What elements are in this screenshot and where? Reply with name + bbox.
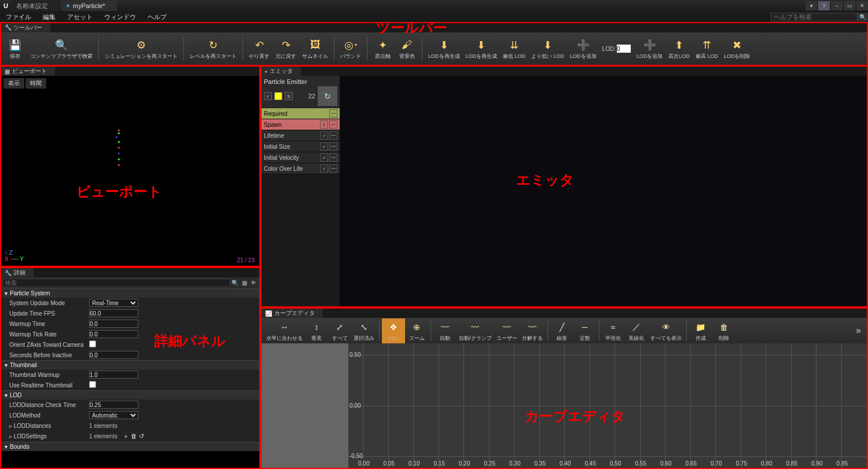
delete-lod-button[interactable]: ✖LODを削除 bbox=[722, 36, 753, 61]
emitter-solo-toggle[interactable] bbox=[274, 92, 282, 100]
curve-icon[interactable]: 〰 bbox=[329, 164, 337, 173]
module-toggle[interactable]: ✓ bbox=[320, 142, 328, 151]
flatten-button[interactable]: ≈平坦化 bbox=[602, 318, 625, 343]
emitter-module[interactable]: Required〰 bbox=[262, 108, 340, 119]
viewport[interactable]: 表示 時間 ✦ ✦ ✦ ✦ ✦ ✦ ✦ ✦ ↑ Z X ── Y bbox=[1, 76, 259, 266]
lod-regen2-button[interactable]: ⬇LODを再生成 bbox=[464, 36, 500, 61]
save-button[interactable]: 💾保存 bbox=[3, 36, 27, 61]
curve-tracklist[interactable] bbox=[262, 343, 348, 468]
emitter-module[interactable]: Lifetime✓〰 bbox=[262, 130, 340, 141]
curve-icon[interactable]: 〰 bbox=[329, 120, 337, 129]
bgcolor-button[interactable]: 🖌背景色 bbox=[395, 36, 418, 61]
property-input[interactable] bbox=[89, 401, 138, 409]
create-tab-button[interactable]: 📁作成 bbox=[689, 318, 712, 343]
lowest-lod-button[interactable]: ⇊最低 LOD bbox=[501, 36, 528, 61]
lower-lod-button[interactable]: ⬇より低い LOD bbox=[529, 36, 567, 61]
bounds-button[interactable]: ◎▾バウンド bbox=[338, 36, 363, 61]
help-search-input[interactable] bbox=[771, 13, 858, 21]
menu-help[interactable]: ヘルプ bbox=[142, 13, 172, 21]
menu-window[interactable]: ウィンドウ bbox=[98, 13, 142, 21]
highest-lod-button[interactable]: ⇈最高 LOD bbox=[693, 36, 720, 61]
property-input[interactable] bbox=[89, 309, 138, 317]
straighten-button[interactable]: ／直線化 bbox=[625, 318, 648, 343]
property-select[interactable]: Real-Time bbox=[89, 299, 138, 307]
search-icon[interactable]: 🔍 bbox=[858, 13, 868, 21]
details-search-input[interactable] bbox=[2, 279, 230, 287]
fit-horizontal-button[interactable]: ↔水平に合わせる bbox=[264, 318, 305, 343]
emitter-tab[interactable]: ▪ エミッタ bbox=[262, 67, 301, 76]
module-toggle[interactable]: ✓ bbox=[320, 120, 328, 129]
reset-icon[interactable]: ↺ bbox=[139, 433, 144, 439]
expand-icon[interactable]: » bbox=[852, 325, 865, 336]
curve-grid[interactable]: 0.500.00-0.500.000.050.100.150.200.250.3… bbox=[262, 343, 867, 468]
emitter-module[interactable]: Initial Velocity✓〰 bbox=[262, 152, 340, 163]
add-icon[interactable]: ＋ bbox=[123, 433, 129, 439]
auto-clamp-button[interactable]: 〰自動/クランプ bbox=[457, 318, 494, 343]
restart-sim-button[interactable]: ⚙シミュレーションを再スタート bbox=[102, 36, 180, 61]
window-top-button[interactable]: ▾ bbox=[806, 1, 817, 10]
curve-tab[interactable]: 📈 カーブエディタ bbox=[262, 309, 323, 318]
origin-axis-button[interactable]: ✦原点軸 bbox=[371, 36, 394, 61]
show-all-button[interactable]: 👁すべてを表示 bbox=[648, 318, 684, 343]
viewport-time-button[interactable]: 時間 bbox=[25, 78, 46, 89]
details-category[interactable]: ▾Bounds bbox=[1, 442, 259, 451]
thumbnail-button[interactable]: 🖼サムネイル bbox=[300, 36, 330, 61]
linear-button[interactable]: ╱線形 bbox=[550, 318, 573, 343]
details-tab[interactable]: 🔧 詳細 bbox=[1, 268, 34, 277]
pan-button[interactable]: ✥パン bbox=[382, 318, 405, 343]
lod-regen-button[interactable]: ⬇LODを再生成 bbox=[426, 36, 462, 61]
add-lod-button[interactable]: ➕LODを追加 bbox=[568, 36, 599, 61]
constant-button[interactable]: ─定数 bbox=[573, 318, 597, 343]
emitter-header[interactable]: Particle Emitter ✓ S 22 ↻ bbox=[262, 76, 340, 108]
emitter-module[interactable]: Spawn✓〰 bbox=[262, 119, 340, 130]
emitter-module[interactable]: Initial Size✓〰 bbox=[262, 141, 340, 152]
window-tab[interactable]: 名称未設定 bbox=[12, 1, 60, 11]
property-checkbox[interactable] bbox=[89, 340, 96, 347]
find-in-cb-button[interactable]: 🔍コンテンツブラウザで検索 bbox=[28, 36, 95, 61]
higher-lod-button[interactable]: ⬆高次LOD bbox=[666, 36, 692, 61]
property-input[interactable] bbox=[89, 351, 138, 359]
fit-selected-button[interactable]: ⤡選択済み bbox=[351, 318, 377, 343]
toolbar-tab[interactable]: 🔧 ツールバー bbox=[1, 23, 50, 32]
search-icon[interactable]: 🔍 bbox=[230, 279, 240, 287]
break-button[interactable]: 〰分解する bbox=[520, 318, 545, 343]
emitter-render-toggle[interactable]: S bbox=[285, 92, 293, 100]
module-toggle[interactable]: ✓ bbox=[320, 131, 328, 140]
property-input[interactable] bbox=[89, 330, 138, 338]
maximize-button[interactable]: ▭ bbox=[844, 1, 855, 10]
close-button[interactable]: ✕ bbox=[856, 1, 868, 10]
emitter-module[interactable]: Color Over Life✓〰 bbox=[262, 163, 340, 174]
curve-icon[interactable]: 〰 bbox=[329, 153, 337, 162]
redo-button[interactable]: ↶やり直す bbox=[247, 36, 272, 61]
menu-file[interactable]: ファイル bbox=[0, 13, 37, 21]
viewport-display-button[interactable]: 表示 bbox=[3, 78, 24, 89]
auto-button[interactable]: 〰自動 bbox=[433, 318, 457, 343]
property-input[interactable] bbox=[89, 320, 138, 328]
undo-button[interactable]: ↷元に戻す bbox=[273, 36, 299, 61]
user-button[interactable]: 〰ユーザー bbox=[494, 318, 520, 343]
eye-icon[interactable]: 👁 bbox=[249, 279, 258, 287]
property-checkbox[interactable] bbox=[89, 381, 96, 388]
trash-icon[interactable]: 🗑 bbox=[131, 433, 137, 439]
restart-level-button[interactable]: ↻レベルを再スタート bbox=[187, 36, 239, 61]
emitter-enable-toggle[interactable]: ✓ bbox=[264, 92, 272, 100]
details-category[interactable]: ▾Thumbnail bbox=[1, 360, 259, 369]
curve-icon[interactable]: 〰 bbox=[329, 131, 337, 140]
curve-icon[interactable]: 〰 bbox=[329, 109, 337, 118]
window-help-button[interactable]: ? bbox=[818, 1, 830, 10]
menu-edit[interactable]: 編集 bbox=[37, 13, 61, 21]
module-toggle[interactable]: ✓ bbox=[320, 153, 328, 162]
minimize-button[interactable]: – bbox=[831, 1, 843, 10]
property-select[interactable]: Automatic bbox=[89, 411, 138, 419]
emitter-canvas[interactable] bbox=[340, 76, 867, 306]
property-input[interactable] bbox=[89, 371, 138, 379]
menu-asset[interactable]: アセット bbox=[61, 13, 98, 21]
details-category[interactable]: ▾Particle System bbox=[1, 288, 259, 298]
module-toggle[interactable]: ✓ bbox=[320, 164, 328, 173]
curve-icon[interactable]: 〰 bbox=[329, 142, 337, 151]
window-tab[interactable]: ✦myParticle* bbox=[61, 1, 117, 11]
viewport-tab[interactable]: ▦ ビューポート bbox=[1, 67, 55, 76]
fit-all-button[interactable]: ⤢すべて bbox=[328, 318, 351, 343]
lod-field[interactable]: LOD: bbox=[600, 43, 633, 54]
delete-tab-button[interactable]: 🗑削除 bbox=[712, 318, 735, 343]
